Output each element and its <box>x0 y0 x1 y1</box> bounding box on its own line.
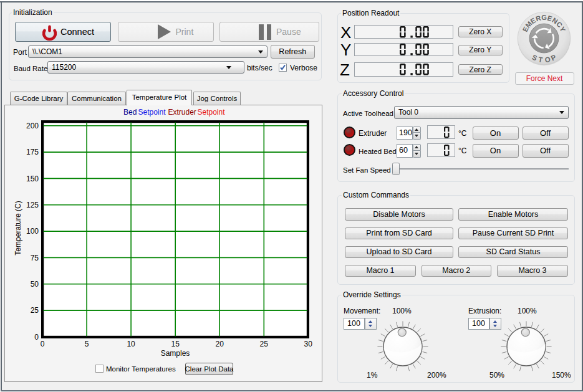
svg-text:G: G <box>541 14 547 21</box>
